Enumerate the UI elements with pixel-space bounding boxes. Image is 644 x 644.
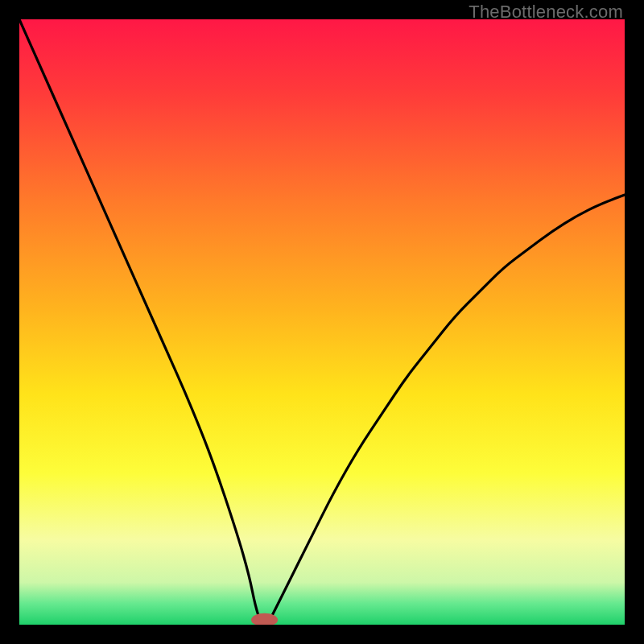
gradient-background bbox=[19, 19, 625, 625]
chart-frame bbox=[19, 19, 625, 625]
bottleneck-chart bbox=[19, 19, 625, 625]
